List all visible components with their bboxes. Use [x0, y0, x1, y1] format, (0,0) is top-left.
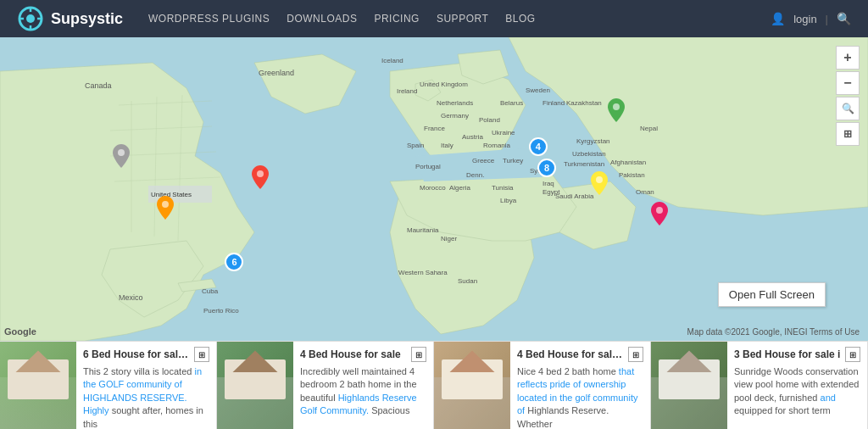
nav-support[interactable]: SUPPORT: [437, 13, 488, 25]
svg-text:Finland: Finland: [542, 99, 565, 107]
svg-text:Belarus: Belarus: [500, 99, 523, 107]
svg-text:Mexico: Mexico: [119, 293, 143, 302]
svg-text:Pakistan: Pakistan: [619, 171, 645, 179]
card-image-2: [217, 342, 293, 429]
card-text-3: Nice 4 bed 2 bath home that reflects pri…: [517, 365, 643, 429]
map-container[interactable]: United States Canada Mexico Cuba Puerto …: [0, 37, 868, 341]
svg-point-61: [118, 149, 125, 156]
card-expand-btn-3[interactable]: ⊞: [628, 347, 643, 362]
map-marker-red[interactable]: [252, 165, 269, 189]
svg-text:Turkmenistan: Turkmenistan: [564, 160, 604, 168]
svg-point-66: [656, 207, 663, 214]
card-text-1: This 2 story villa is located in the GOL…: [83, 365, 209, 429]
google-watermark: Google: [4, 326, 36, 337]
svg-text:Mauritania: Mauritania: [407, 226, 439, 234]
svg-text:Italy: Italy: [441, 142, 453, 149]
svg-text:Libya: Libya: [500, 197, 517, 204]
header-search-icon[interactable]: 🔍: [837, 12, 851, 25]
fullscreen-button[interactable]: Open Full Screen: [718, 282, 826, 307]
card-image-1: [0, 342, 76, 429]
user-icon: 👤: [771, 12, 785, 25]
map-marker-badge-4[interactable]: 4: [529, 137, 548, 156]
property-card-2[interactable]: 4 Bed House for sale ⊞ Incredibly well m…: [217, 342, 434, 429]
svg-text:Niger: Niger: [441, 235, 457, 242]
card-title-1: 6 Bed House for sale ...: [83, 348, 191, 360]
svg-text:Puerto Rico: Puerto Rico: [203, 307, 239, 315]
svg-text:Germany: Germany: [441, 112, 469, 120]
card-expand-btn-2[interactable]: ⊞: [411, 347, 426, 362]
svg-point-65: [596, 176, 603, 183]
nav-wordpress-plugins[interactable]: WORDPRESS PLUGINS: [148, 13, 270, 25]
svg-text:Romania: Romania: [483, 142, 511, 149]
card-content-4: 3 Bed House for sale i ⊞ Sunridge Woods …: [727, 342, 867, 429]
card-title-3: 4 Bed House for sale ...: [517, 348, 625, 360]
svg-text:Ireland: Ireland: [397, 87, 417, 95]
svg-text:Canada: Canada: [85, 81, 112, 90]
map-marker-pink[interactable]: [651, 202, 668, 226]
svg-point-1: [26, 14, 35, 23]
map-marker-orange[interactable]: [157, 196, 174, 220]
svg-text:France: France: [424, 125, 445, 132]
header-right: 👤 login | 🔍: [771, 12, 851, 25]
svg-text:Afghanistan: Afghanistan: [610, 159, 646, 166]
map-marker-gray[interactable]: [113, 144, 130, 168]
card-content-1: 6 Bed House for sale ... ⊞ This 2 story …: [76, 342, 216, 429]
svg-text:Saudi Arabia: Saudi Arabia: [555, 192, 594, 200]
property-card-4[interactable]: 3 Bed House for sale i ⊞ Sunridge Woods …: [651, 342, 868, 429]
nav-pricing[interactable]: PRICING: [374, 13, 420, 25]
svg-text:Netherlands: Netherlands: [437, 99, 473, 107]
svg-text:Austria: Austria: [462, 133, 483, 141]
card-image-4: [651, 342, 727, 429]
map-filter-button[interactable]: ⊞: [836, 122, 860, 146]
login-link[interactable]: login: [793, 13, 816, 25]
card-expand-btn-4[interactable]: ⊞: [845, 347, 860, 362]
main-nav: WORDPRESS PLUGINS DOWNLOADS PRICING SUPP…: [148, 13, 771, 25]
svg-text:Western Sahara: Western Sahara: [398, 269, 448, 276]
svg-point-64: [613, 103, 620, 110]
svg-text:Poland: Poland: [479, 116, 500, 124]
site-header: Supsystic WORDPRESS PLUGINS DOWNLOADS PR…: [0, 0, 868, 37]
svg-text:Spain: Spain: [407, 142, 424, 149]
card-header-3: 4 Bed House for sale ... ⊞: [517, 347, 643, 362]
card-image-3: [434, 342, 510, 429]
svg-text:Ukraine: Ukraine: [492, 129, 515, 136]
svg-text:Nepal: Nepal: [640, 125, 658, 132]
card-text-2: Incredibly well maintained 4 bedroom 2 b…: [300, 365, 426, 418]
card-title-4: 3 Bed House for sale i: [734, 348, 842, 360]
zoom-in-button[interactable]: +: [836, 46, 860, 70]
svg-point-63: [162, 201, 169, 208]
svg-text:Oman: Oman: [636, 188, 654, 196]
zoom-out-button[interactable]: −: [836, 71, 860, 95]
svg-text:Cuba: Cuba: [202, 287, 219, 295]
map-marker-yellow[interactable]: [591, 171, 608, 195]
svg-point-62: [257, 170, 264, 177]
svg-text:United Kingdom: United Kingdom: [420, 81, 468, 88]
nav-downloads[interactable]: DOWNLOADS: [287, 13, 357, 25]
card-text-4: Sunridge Woods conservation view pool ho…: [734, 365, 860, 418]
property-card-1[interactable]: 6 Bed House for sale ... ⊞ This 2 story …: [0, 342, 217, 429]
card-expand-btn-1[interactable]: ⊞: [194, 347, 209, 362]
map-marker-green[interactable]: [608, 98, 625, 122]
logo-area[interactable]: Supsystic: [17, 5, 123, 32]
card-content-3: 4 Bed House for sale ... ⊞ Nice 4 bed 2 …: [510, 342, 650, 429]
nav-blog[interactable]: BLOG: [505, 13, 535, 25]
header-divider: |: [826, 13, 828, 25]
property-card-3[interactable]: 4 Bed House for sale ... ⊞ Nice 4 bed 2 …: [434, 342, 651, 429]
svg-text:Turkey: Turkey: [503, 157, 523, 164]
svg-text:Iraq: Iraq: [542, 180, 554, 187]
card-content-2: 4 Bed House for sale ⊞ Incredibly well m…: [293, 342, 433, 429]
map-attribution: Map data ©2021 Google, INEGI Terms of Us…: [687, 327, 860, 337]
svg-text:Iceland: Iceland: [381, 57, 403, 64]
map-marker-badge-8[interactable]: 8: [537, 159, 556, 177]
svg-text:Kazakhstan: Kazakhstan: [566, 99, 602, 107]
map-controls: + − 🔍 ⊞: [836, 46, 860, 146]
svg-text:Sudan: Sudan: [458, 277, 477, 285]
svg-text:Uzbekistan: Uzbekistan: [572, 150, 606, 158]
svg-text:Morocco: Morocco: [420, 184, 446, 192]
logo-text: Supsystic: [51, 10, 123, 28]
card-header-1: 6 Bed House for sale ... ⊞: [83, 347, 209, 362]
svg-text:Portugal: Portugal: [415, 163, 441, 170]
logo-icon: [17, 5, 44, 32]
map-marker-badge-6[interactable]: 6: [225, 253, 243, 271]
map-search-button[interactable]: 🔍: [836, 97, 860, 120]
